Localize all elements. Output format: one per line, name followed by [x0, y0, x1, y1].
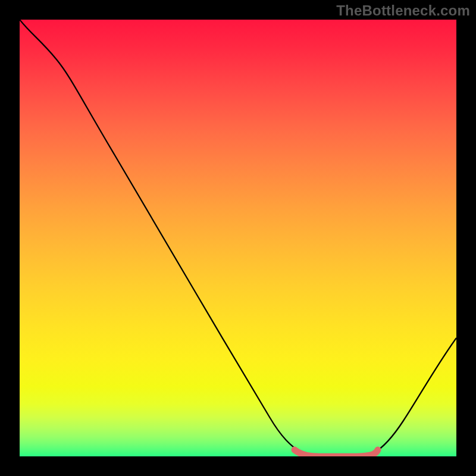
black-curve-path [20, 20, 456, 456]
watermark-text: TheBottleneck.com [336, 2, 470, 19]
curve-layer [20, 20, 456, 456]
chart-frame: TheBottleneck.com [0, 0, 476, 476]
plot-area [20, 20, 456, 456]
red-bottom-highlight-path [295, 450, 378, 456]
